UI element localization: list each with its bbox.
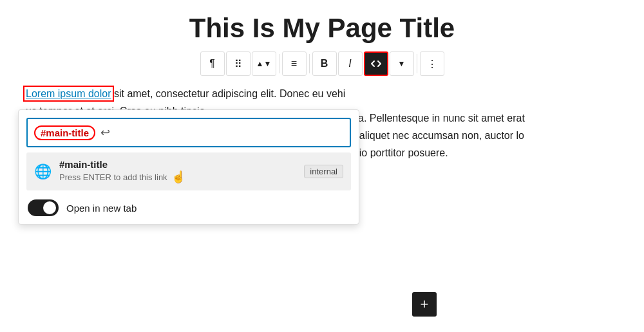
plus-icon: + xyxy=(421,296,429,313)
link-input-value: #main-title xyxy=(34,125,95,140)
right-content: ssa. Pellentesque in nunc sit amet erat … xyxy=(348,109,644,162)
right-line-6: o, aliquet nec accumsan non, auctor lo xyxy=(348,127,631,144)
code-button[interactable] xyxy=(364,51,388,76)
right-line-7: odio porttitor posuere. xyxy=(348,144,631,161)
suggestion-subtitle: Press ENTER to add this link ☝ xyxy=(59,170,296,184)
editor-toolbar: ¶ ⠿ ▲▼ ≡ B I ▼ ⋮ xyxy=(0,51,644,76)
drag-button[interactable]: ⠿ xyxy=(226,51,251,76)
cursor-icon: ☝ xyxy=(171,170,185,184)
open-new-tab-toggle[interactable] xyxy=(28,199,59,216)
link-input-container: #main-title ↩ xyxy=(26,118,351,147)
move-button[interactable]: ▲▼ xyxy=(252,51,276,76)
paragraph-button[interactable]: ¶ xyxy=(200,51,225,76)
open-new-tab-row: Open in new tab xyxy=(26,199,351,216)
linked-text[interactable]: Lorem ipsum dolor xyxy=(26,88,111,99)
bold-button[interactable]: B xyxy=(312,51,337,76)
more-button[interactable]: ⋮ xyxy=(420,51,444,76)
separator-2 xyxy=(309,54,310,73)
code-icon xyxy=(370,57,383,70)
suggestion-info: #main-title Press ENTER to add this link… xyxy=(59,159,296,184)
open-new-tab-label: Open in new tab xyxy=(66,203,137,214)
internal-badge: internal xyxy=(304,165,343,178)
right-line-5: ssa. Pellentesque in nunc sit amet erat xyxy=(348,109,631,127)
toggle-knob xyxy=(43,201,56,214)
globe-icon: 🌐 xyxy=(34,163,52,180)
add-button[interactable]: + xyxy=(412,292,437,317)
link-popup: #main-title ↩ 🌐 #main-title Press ENTER … xyxy=(18,109,359,225)
suggestion-title: #main-title xyxy=(59,159,296,170)
align-button[interactable]: ≡ xyxy=(282,51,307,76)
content-paragraph: Lorem ipsum dolor sit amet, consectetur … xyxy=(26,85,618,102)
link-suggestion-row[interactable]: 🌐 #main-title Press ENTER to add this li… xyxy=(26,152,351,190)
italic-button[interactable]: I xyxy=(338,51,363,76)
separator-1 xyxy=(279,54,279,73)
page-title: This Is My Page Title xyxy=(0,0,644,51)
suggestion-hint: Press ENTER to add this link xyxy=(59,172,167,182)
separator-3 xyxy=(417,54,417,73)
paragraph-text-1: sit amet, consectetur adipiscing elit. D… xyxy=(111,88,346,99)
reset-link-button[interactable]: ↩ xyxy=(95,123,115,142)
chevron-button[interactable]: ▼ xyxy=(390,51,414,76)
